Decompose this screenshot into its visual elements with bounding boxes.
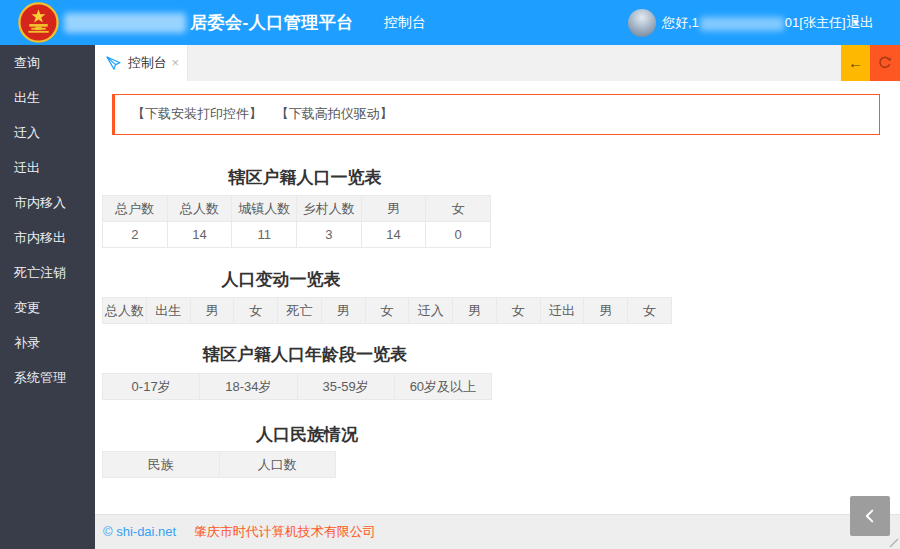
col-header: 女 <box>234 298 278 324</box>
col-header: 总人数 <box>103 298 147 324</box>
tab-console-label: 控制台 <box>128 45 167 81</box>
nav-item-console[interactable]: 控制台 <box>372 0 438 45</box>
sidebar-item-query[interactable]: 查询 <box>0 45 95 80</box>
sidebar-item-city-move-in[interactable]: 市内移入 <box>0 185 95 220</box>
col-header: 人口数 <box>219 452 336 478</box>
col-header: 男 <box>453 298 497 324</box>
section-title-population-change: 人口变动一览表 <box>222 268 341 291</box>
download-scanner-driver-link[interactable]: 【下载高拍仪驱动】 <box>276 106 393 121</box>
collapse-panel-button[interactable] <box>850 496 890 536</box>
sidebar-item-city-move-out[interactable]: 市内移出 <box>0 220 95 255</box>
col-header: 女 <box>496 298 540 324</box>
resize-handle[interactable] <box>889 538 899 548</box>
app-title: 居委会-人口管理平台 <box>190 0 354 45</box>
refresh-button[interactable] <box>870 45 900 81</box>
col-header: 女 <box>365 298 409 324</box>
col-header: 出生 <box>146 298 190 324</box>
cell-female: 0 <box>426 222 491 248</box>
refresh-icon <box>878 56 892 70</box>
col-header: 男 <box>321 298 365 324</box>
app-header: 居委会-人口管理平台 控制台 您好,101[张主任]▼ 退出 <box>0 0 900 45</box>
col-header: 男 <box>361 196 426 222</box>
col-header: 死亡 <box>278 298 322 324</box>
page-footer: © shi-dai.net 肇庆市时代计算机技术有限公司 <box>95 514 900 549</box>
age-group-table: 0-17岁 18-34岁 35-59岁 60岁及以上 <box>102 373 492 400</box>
greeting-suffix: 01[张主任] <box>785 15 846 30</box>
cell-total-households: 2 <box>103 222 168 248</box>
population-management-app: 居委会-人口管理平台 控制台 您好,101[张主任]▼ 退出 查询 出生 迁入 … <box>0 0 900 549</box>
table-header-row: 总户数 总人数 城镇人数 乡村人数 男 女 <box>103 196 491 222</box>
logout-button[interactable]: 退出 <box>846 0 874 45</box>
download-print-control-link[interactable]: 【下载安装打印控件】 <box>132 106 262 121</box>
tab-console[interactable]: 控制台 × <box>95 45 188 81</box>
back-button[interactable]: ← <box>841 45 870 81</box>
cell-urban-people: 11 <box>232 222 297 248</box>
col-header: 民族 <box>103 452 220 478</box>
paper-plane-icon <box>106 55 122 71</box>
section-title-age-groups: 辖区户籍人口年龄段一览表 <box>203 343 407 366</box>
col-header: 女 <box>628 298 672 324</box>
col-header: 迁出 <box>540 298 584 324</box>
sidebar-menu: 查询 出生 迁入 迁出 市内移入 市内移出 死亡注销 变更 补录 系统管理 <box>0 45 95 549</box>
col-header: 男 <box>584 298 628 324</box>
greeting-prefix: 您好,1 <box>662 15 699 30</box>
company-link[interactable]: 肇庆市时代计算机技术有限公司 <box>194 524 376 539</box>
col-header: 迁入 <box>409 298 453 324</box>
col-header: 城镇人数 <box>232 196 297 222</box>
col-header: 60岁及以上 <box>394 374 491 400</box>
col-header: 18-34岁 <box>200 374 297 400</box>
col-header: 35-59岁 <box>297 374 394 400</box>
col-header: 0-17岁 <box>103 374 200 400</box>
table-header-row: 总人数 出生 男 女 死亡 男 女 迁入 男 女 迁出 男 女 <box>103 298 672 324</box>
tab-bar: 控制台 × ← <box>95 45 900 81</box>
cell-rural-people: 3 <box>296 222 361 248</box>
sidebar-item-birth[interactable]: 出生 <box>0 80 95 115</box>
section-title-ethnicity: 人口民族情况 <box>256 423 358 446</box>
table-row: 2 14 11 3 14 0 <box>103 222 491 248</box>
sidebar-item-system-mgmt[interactable]: 系统管理 <box>0 360 95 395</box>
cell-male: 14 <box>361 222 426 248</box>
sidebar-item-death-cancel[interactable]: 死亡注销 <box>0 255 95 290</box>
household-population-table: 总户数 总人数 城镇人数 乡村人数 男 女 2 14 11 3 14 0 <box>102 195 491 248</box>
ethnicity-table: 民族 人口数 <box>102 451 336 478</box>
table-header-row: 民族 人口数 <box>103 452 336 478</box>
population-change-table: 总人数 出生 男 女 死亡 男 女 迁入 男 女 迁出 男 女 <box>102 297 672 324</box>
cell-total-people: 14 <box>167 222 232 248</box>
redacted-org-name <box>64 13 186 33</box>
user-menu[interactable]: 您好,101[张主任]▼ <box>662 0 860 45</box>
col-header: 总人数 <box>167 196 232 222</box>
download-notice-bar: 【下载安装打印控件】 【下载高拍仪驱动】 <box>112 94 880 135</box>
chevron-left-icon <box>861 507 879 525</box>
col-header: 总户数 <box>103 196 168 222</box>
sidebar-item-move-in[interactable]: 迁入 <box>0 115 95 150</box>
col-header: 女 <box>426 196 491 222</box>
user-avatar[interactable] <box>628 9 656 37</box>
tab-close-icon[interactable]: × <box>169 45 181 81</box>
sidebar-item-change[interactable]: 变更 <box>0 290 95 325</box>
col-header: 乡村人数 <box>296 196 361 222</box>
col-header: 男 <box>190 298 234 324</box>
sidebar-item-move-out[interactable]: 迁出 <box>0 150 95 185</box>
national-emblem-icon <box>18 2 59 43</box>
redacted-username <box>700 17 784 31</box>
table-header-row: 0-17岁 18-34岁 35-59岁 60岁及以上 <box>103 374 492 400</box>
copyright-link[interactable]: © shi-dai.net <box>103 524 176 539</box>
section-title-household-population: 辖区户籍人口一览表 <box>229 166 382 189</box>
sidebar-item-supplement[interactable]: 补录 <box>0 325 95 360</box>
